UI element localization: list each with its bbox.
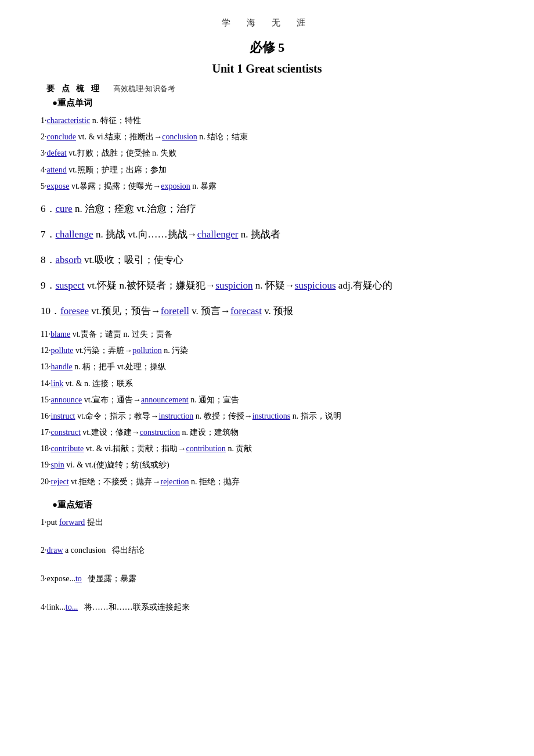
phrase-item-3: 3·expose...to 使显露；暴露 [41,571,499,587]
word-instructions[interactable]: instructions [252,412,290,420]
vocab-item-9: 9．suspect vt.怀疑 n.被怀疑者；嫌疑犯→suspicion n. … [41,276,499,296]
vocab-list-1: 1·characteristic n. 特征；特性 2·conclude vt.… [41,113,499,193]
word-absorb[interactable]: absorb [56,254,82,265]
word-exposion[interactable]: exposion [161,182,190,190]
list-item: 2·conclude vt. & vi.结束；推断出→conclusion n.… [41,129,499,144]
list-item: 15·announce vt.宣布；通告→announcement n. 通知；… [41,393,499,407]
word-contribute[interactable]: contribute [51,444,84,453]
word-handle[interactable]: handle [51,362,73,371]
list-item: 5·expose vt.暴露；揭露；使曝光→exposion n. 暴露 [41,179,499,193]
section-sub: 高效梳理·知识备考 [113,84,175,94]
phrase-title: ●重点短语 [52,499,499,510]
list-item: 1·characteristic n. 特征；特性 [41,113,499,128]
word-announcement[interactable]: announcement [141,395,189,404]
list-item: 13·handle n. 柄；把手 vt.处理；操纵 [41,359,499,374]
unit-title: Unit 1 Great scientists [35,62,499,75]
word-suspicious[interactable]: suspicious [295,280,336,291]
phrase-to-3[interactable]: to [75,574,82,583]
list-item: 12·pollute vt.污染；弄脏→pollution n. 污染 [41,343,499,358]
section-header: 要 点 梳 理 高效梳理·知识备考 [46,84,499,94]
word-characteristic[interactable]: characteristic [47,116,91,125]
word-forecast[interactable]: forecast [230,305,262,316]
word-challenge[interactable]: challenge [56,229,93,240]
word-challenger[interactable]: challenger [197,229,239,240]
word-pollution[interactable]: pollution [132,346,162,355]
word-reject[interactable]: reject [51,477,69,486]
word-spin[interactable]: spin [51,460,64,469]
list-item: 4·attend vt.照顾；护理；出席；参加 [41,163,499,177]
word-instruction[interactable]: instruction [158,412,193,420]
vocab-item-8: 8．absorb vt.吸收；吸引；使专心 [41,250,499,270]
word-expose[interactable]: expose [47,182,70,190]
word-attend[interactable]: attend [47,165,67,174]
phrase-item-4: 4·link...to... 将……和……联系或连接起来 [41,600,499,615]
list-item: 14·link vt. & n. 连接；联系 [41,376,499,391]
vocab-item-6: 6．cure n. 治愈；痊愈 vt.治愈；治疗 [41,199,499,219]
vocab-item-10: 10．foresee vt.预见；预告→foretell v. 预言→forec… [41,301,499,321]
word-suspect[interactable]: suspect [56,280,85,291]
word-suspicion[interactable]: suspicion [215,280,252,291]
word-conclusion[interactable]: conclusion [162,132,197,141]
main-title: 必修 5 [35,39,499,56]
vocab-item-7: 7．challenge n. 挑战 vt.向……挑战→challenger n.… [41,225,499,244]
phrase-forward[interactable]: forward [59,518,85,527]
word-link[interactable]: link [51,379,64,388]
word-blame[interactable]: blame [50,330,70,339]
vocab-list-2: 11·blame vt.责备；谴责 n. 过失；责备 12·pollute vt… [41,327,499,489]
list-item: 18·contribute vt. & vi.捐献；贡献；捐助→contribu… [41,441,499,456]
phrase-draw[interactable]: draw [47,546,63,555]
word-conclude[interactable]: conclude [47,132,77,141]
word-foretell[interactable]: foretell [161,305,189,316]
list-item: 16·instruct vt.命令；指示；教导→instruction n. 教… [41,409,499,423]
word-construction[interactable]: construction [140,428,180,437]
list-item: 17·construct vt.建设；修建→construction n. 建设… [41,425,499,440]
word-defeat[interactable]: defeat [47,149,67,157]
phrase-item-2: 2·draw a conclusion 得出结论 [41,543,499,559]
word-construct[interactable]: construct [51,428,81,437]
word-contribution[interactable]: contribution [186,444,225,453]
list-item: 20·reject vt.拒绝；不接受；抛弃→rejection n. 拒绝；抛… [41,474,499,489]
phrase-item-1: 1·put forward 提出 [41,515,499,531]
word-announce[interactable]: announce [51,395,82,404]
word-foresee[interactable]: foresee [60,305,89,316]
word-instruct[interactable]: instruct [51,412,75,420]
list-item: 3·defeat vt.打败；战胜；使受挫 n. 失败 [41,146,499,160]
list-item: 19·spin vi. & vt.(使)旋转；纺(线或纱) [41,458,499,472]
section-label: 要 点 梳 理 [46,84,102,94]
page-header: 学 海 无 涯 [35,17,499,28]
list-item: 11·blame vt.责备；谴责 n. 过失；责备 [41,327,499,341]
word-rejection[interactable]: rejection [160,477,189,486]
phrase-to-4[interactable]: to... [66,603,78,611]
word-cure[interactable]: cure [56,203,73,214]
phrase-section: ●重点短语 1·put forward 提出 2·draw a conclusi… [35,499,499,615]
word-pollute[interactable]: pollute [51,346,74,355]
vocab-title: ●重点单词 [52,98,499,109]
